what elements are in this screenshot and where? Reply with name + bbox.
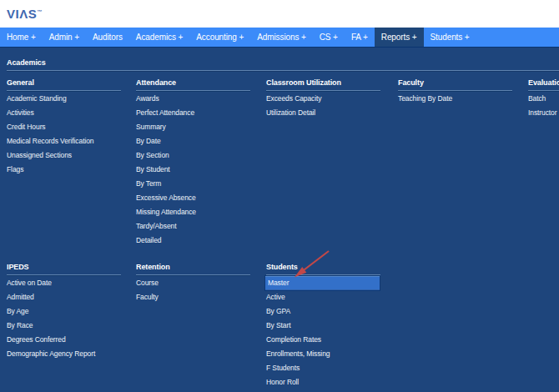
logo-text: VIΛS: [7, 7, 37, 21]
column-header-faculty: Faculty: [398, 77, 512, 90]
menu-column-general: GeneralAcademic StandingActivitiesCredit…: [7, 77, 121, 177]
menu-item-medical-records-verification[interactable]: Medical Records Verification: [7, 134, 121, 148]
logo-trademark: ™: [37, 9, 42, 14]
reports-mega-menu: Academics GeneralAcademic StandingActivi…: [0, 48, 559, 392]
menu-item-flags[interactable]: Flags: [7, 163, 121, 177]
menu-item-by-section[interactable]: By Section: [136, 148, 250, 163]
menu-item-enrollments-missing[interactable]: Enrollments, Missing: [266, 347, 380, 361]
menu-item-awards[interactable]: Awards: [136, 92, 250, 106]
mega-title-rule: [7, 70, 559, 71]
menu-item-by-start[interactable]: By Start: [266, 319, 380, 333]
menu-column-ipeds: IPEDSActive on DateAdmittedBy AgeBy Race…: [7, 261, 121, 361]
nav-item-admissions[interactable]: Admissions +: [250, 28, 313, 47]
menu-item-course[interactable]: Course: [136, 276, 250, 290]
menu-item-master[interactable]: Master: [264, 275, 380, 291]
nav-item-accounting[interactable]: Accounting +: [189, 28, 250, 47]
menu-item-detailed[interactable]: Detailed: [136, 234, 250, 248]
nav-item-reports[interactable]: Reports +: [375, 28, 424, 47]
menu-item-faculty[interactable]: Faculty: [136, 290, 250, 304]
menu-item-utilization-detail[interactable]: Utilization Detail: [266, 106, 380, 120]
nav-item-home[interactable]: Home +: [0, 28, 43, 47]
menu-item-unassigned-sections[interactable]: Unassigned Sections: [7, 148, 121, 163]
nav-item-cs[interactable]: CS +: [313, 28, 345, 47]
column-header-general: General: [7, 77, 121, 90]
menu-item-by-date[interactable]: By Date: [136, 134, 250, 148]
top-bar: VIΛS™: [0, 0, 559, 28]
menu-item-by-term[interactable]: By Term: [136, 177, 250, 191]
menu-item-exceeds-capacity[interactable]: Exceeds Capacity: [266, 92, 380, 106]
menu-item-perfect-attendance[interactable]: Perfect Attendance: [136, 106, 250, 120]
menu-item-tardy-absent[interactable]: Tardy/Absent: [136, 219, 250, 234]
mega-menu-title: Academics: [7, 58, 46, 67]
menu-item-academic-standing[interactable]: Academic Standing: [7, 92, 121, 106]
column-header-ipeds: IPEDS: [7, 261, 121, 274]
menu-column-retention: RetentionCourseFaculty: [136, 261, 250, 304]
menu-column-attendance: AttendanceAwardsPerfect AttendanceSummar…: [136, 77, 250, 248]
column-rule: [528, 90, 559, 91]
menu-column-faculty: FacultyTeaching By Date: [398, 77, 512, 106]
menu-item-credit-hours[interactable]: Credit Hours: [7, 120, 121, 134]
menu-item-active[interactable]: Active: [266, 290, 380, 304]
menu-item-activities[interactable]: Activities: [7, 106, 121, 120]
nav-item-fa[interactable]: FA +: [345, 28, 375, 47]
menu-item-batch[interactable]: Batch: [528, 92, 559, 106]
nav-item-academics[interactable]: Academics +: [129, 28, 189, 47]
column-rule: [398, 90, 512, 91]
column-header-retention: Retention: [136, 261, 250, 274]
menu-item-completion-rates[interactable]: Completion Rates: [266, 333, 380, 347]
column-rule: [7, 90, 121, 91]
nav-item-admin[interactable]: Admin +: [43, 28, 86, 47]
menu-column-classroom-utilization: Classroom UtilizationExceeds CapacityUti…: [266, 77, 380, 120]
menu-item-teaching-by-date[interactable]: Teaching By Date: [398, 92, 512, 106]
menu-item-by-race[interactable]: By Race: [7, 319, 121, 333]
column-rule: [136, 274, 250, 275]
menu-item-degrees-conferred[interactable]: Degrees Conferred: [7, 333, 121, 347]
column-header-students: Students: [266, 261, 380, 274]
menu-item-missing-attendance[interactable]: Missing Attendance: [136, 205, 250, 219]
menu-item-active-on-date[interactable]: Active on Date: [7, 276, 121, 290]
column-header-classroom-utilization: Classroom Utilization: [266, 77, 380, 90]
menu-item-by-age[interactable]: By Age: [7, 304, 121, 319]
menu-item-demographic-agency-report[interactable]: Demographic Agency Report: [7, 347, 121, 361]
menu-column-students: StudentsMasterActiveBy GPABy StartComple…: [266, 261, 380, 389]
menu-item-summary[interactable]: Summary: [136, 120, 250, 134]
menu-item-f-students[interactable]: F Students: [266, 361, 380, 375]
menu-item-by-gpa[interactable]: By GPA: [266, 304, 380, 319]
nav-item-students[interactable]: Students +: [424, 28, 476, 47]
main-nav: Home +Admin +AuditorsAcademics +Accounti…: [0, 28, 559, 48]
menu-column-evaluation: EvaluationBatchInstructor: [528, 77, 559, 120]
column-rule: [136, 90, 250, 91]
column-rule: [266, 90, 380, 91]
nav-item-auditors[interactable]: Auditors: [86, 28, 129, 47]
column-header-evaluation: Evaluation: [528, 77, 559, 90]
menu-item-admitted[interactable]: Admitted: [7, 290, 121, 304]
menu-item-instructor[interactable]: Instructor: [528, 106, 559, 120]
column-rule: [7, 274, 121, 275]
menu-item-excessive-absence[interactable]: Excessive Absence: [136, 191, 250, 205]
vias-logo[interactable]: VIΛS™: [7, 4, 42, 22]
menu-item-by-student[interactable]: By Student: [136, 163, 250, 177]
column-header-attendance: Attendance: [136, 77, 250, 90]
menu-item-honor-roll[interactable]: Honor Roll: [266, 375, 380, 389]
